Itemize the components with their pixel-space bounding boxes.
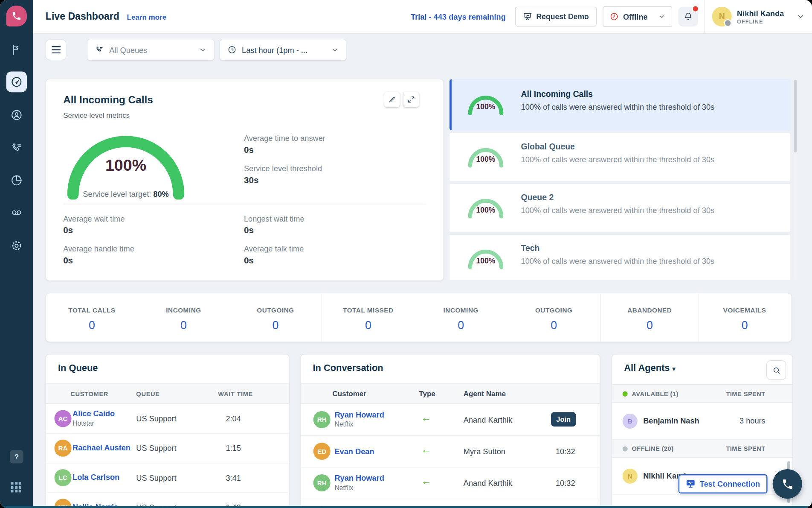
flag-icon	[10, 44, 23, 56]
agents-filter-dropdown[interactable]: All Agents ▾	[624, 363, 676, 374]
connection-test-icon	[686, 479, 696, 488]
col-type: Type	[419, 389, 435, 397]
incoming-call-arrow: ←	[421, 412, 431, 424]
incoming-call-arrow: ←	[421, 476, 431, 488]
metric-longest-wait-time: Longest wait time 0s	[244, 214, 304, 236]
customer-link[interactable]: Rachael Austen	[72, 443, 130, 452]
in-queue-card: In Queue CUSTOMER QUEUE WAIT TIME AC Ali…	[46, 354, 290, 508]
card-divider	[63, 204, 426, 204]
in-conversation-title: In Conversation	[313, 363, 383, 374]
sidebar-item-settings[interactable]	[10, 239, 23, 252]
expand-widget-button[interactable]	[403, 92, 419, 107]
in-queue-row: AC Alice CaidoHotstar US Support 2:04	[46, 404, 289, 434]
dashboard-menu-button[interactable]	[46, 39, 67, 60]
offline-dot	[623, 447, 628, 452]
avatar: N	[712, 7, 732, 26]
user-name: Nikhil Kanda	[737, 9, 784, 18]
queue-item-queue-2[interactable]: 100% Queue 2 100% of calls were answered…	[449, 184, 791, 232]
stat-total-missed: TOTAL MISSED0	[322, 293, 414, 342]
avatar: RA	[55, 440, 72, 457]
edit-widget-button[interactable]	[384, 92, 400, 107]
help-label: ?	[14, 453, 19, 461]
chevron-down-icon	[331, 46, 339, 53]
stat-missed-incoming: INCOMING0	[414, 293, 508, 342]
customer-link[interactable]: Ryan Howard	[334, 410, 384, 419]
app-logo[interactable]	[6, 6, 27, 26]
avatar: N	[623, 469, 638, 484]
app-window: ? Live Dashboard Learn more Trial - 443 …	[0, 0, 812, 508]
agents-section-available: AVAILABLE (1) TIME SPENT	[612, 384, 792, 403]
in-conversation-row: RH Ryan HowardNetflix ← Anand Karthik 10…	[301, 467, 600, 499]
presentation-icon	[523, 12, 532, 21]
presence-dropdown[interactable]: Offline	[603, 6, 673, 27]
queue-item-global-queue[interactable]: 100% Global Queue 100% of calls were ans…	[449, 133, 791, 181]
dashboard-icon	[10, 76, 23, 88]
scrollbar-thumb[interactable]	[794, 80, 797, 152]
in-queue-row: RA Rachael Austen US Support 1:15	[46, 433, 289, 463]
time-range-value: Last hour (1pm - ...	[242, 45, 307, 54]
col-customer: CUSTOMER	[70, 390, 108, 397]
in-conversation-header: Customer Type Agent Name	[301, 383, 600, 404]
available-dot	[623, 391, 628, 397]
service-card-title: All Incoming Calls	[63, 94, 153, 106]
sidebar-item-voicemail[interactable]	[10, 206, 23, 219]
customer-link[interactable]: Ryan Howard	[334, 473, 384, 482]
header-divider	[705, 0, 705, 33]
dialer-fab[interactable]	[773, 469, 802, 499]
in-queue-header: CUSTOMER QUEUE WAIT TIME	[46, 383, 289, 404]
user-status: OFFLINE	[737, 18, 784, 24]
phone-logo-icon	[12, 11, 22, 21]
join-call-button[interactable]: Join	[551, 412, 576, 426]
offline-clock-icon	[609, 12, 619, 21]
agent-search-button[interactable]	[766, 360, 786, 380]
col-agent-name: Agent Name	[464, 389, 506, 397]
notifications-button[interactable]	[679, 7, 698, 26]
sidebar-item-dashboard[interactable]	[6, 72, 27, 93]
in-conversation-row: ED Evan Dean ← Myra Sutton 10:32	[301, 435, 600, 467]
avatar: ED	[313, 443, 331, 460]
caret-down-icon: ▾	[673, 365, 676, 373]
presence-value: Offline	[623, 12, 648, 21]
topbar: Live Dashboard Learn more Trial - 443 da…	[33, 0, 812, 34]
help-button[interactable]: ?	[10, 450, 23, 464]
avatar: B	[623, 414, 638, 429]
expand-icon	[407, 95, 415, 103]
avatar: RH	[313, 411, 331, 428]
notification-badge	[692, 5, 699, 12]
avatar: LC	[55, 469, 72, 486]
pencil-icon	[388, 95, 396, 103]
queue-item-tech[interactable]: 100% Tech 100% of calls were answered wi…	[449, 234, 791, 280]
in-queue-title: In Queue	[58, 363, 98, 374]
queue-filter-value: All Queues	[109, 45, 147, 54]
service-level-card: All Incoming Calls Service level metrics…	[46, 79, 444, 281]
chevron-down-icon	[658, 13, 666, 20]
learn-more-link[interactable]: Learn more	[127, 13, 167, 21]
queue-filter-dropdown[interactable]: All Queues	[87, 39, 215, 61]
voicemail-icon	[10, 206, 23, 219]
test-connection-button[interactable]: Test Connection	[679, 474, 768, 493]
user-menu[interactable]: N Nikhil Kanda OFFLINE	[711, 7, 805, 26]
phone-icon	[781, 478, 794, 490]
metric-avg-talk-time: Average talk time 0s	[244, 244, 304, 266]
sidebar-item-getting-started[interactable]	[10, 44, 23, 56]
queue-metrics-panel: 100% All Incoming Calls 100% of calls we…	[449, 79, 797, 280]
in-conversation-row: RH Ryan HowardNetflix ← Anand Karthik Jo…	[301, 404, 600, 436]
request-demo-button[interactable]: Request Demo	[515, 7, 597, 26]
avatar: RH	[313, 474, 331, 491]
customer-link[interactable]: Evan Dean	[334, 447, 374, 456]
sidebar-item-contacts[interactable]	[10, 109, 23, 121]
call-queue-icon	[95, 45, 104, 55]
pie-chart-icon	[10, 174, 23, 187]
sidebar-item-analytics[interactable]	[10, 174, 23, 187]
app-switcher-icon[interactable]	[11, 482, 23, 493]
trial-banner[interactable]: Trial - 443 days remaining	[411, 12, 506, 21]
phone-list-icon	[10, 142, 23, 154]
sidebar-item-call-logs[interactable]	[10, 142, 23, 154]
col-queue: QUEUE	[136, 390, 160, 397]
service-card-subtitle: Service level metrics	[63, 111, 130, 119]
queue-item-all-incoming[interactable]: 100% All Incoming Calls 100% of calls we…	[449, 79, 791, 131]
time-range-dropdown[interactable]: Last hour (1pm - ...	[220, 39, 347, 61]
customer-link[interactable]: Alice Caido	[72, 409, 115, 418]
request-demo-label: Request Demo	[536, 12, 589, 20]
customer-link[interactable]: Lola Carlson	[72, 473, 119, 482]
